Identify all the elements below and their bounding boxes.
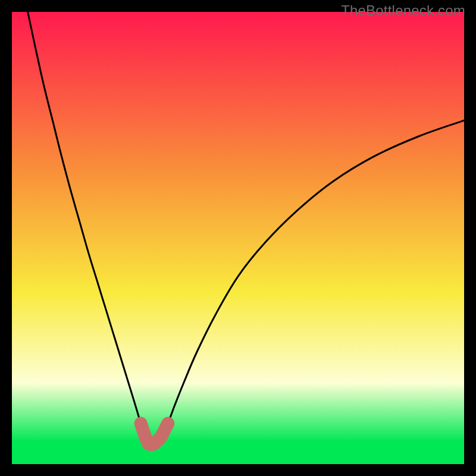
chart-frame	[12, 12, 464, 464]
bottleneck-chart	[12, 12, 464, 464]
gradient-background	[12, 12, 464, 464]
watermark-text: TheBottleneck.com	[341, 2, 465, 19]
